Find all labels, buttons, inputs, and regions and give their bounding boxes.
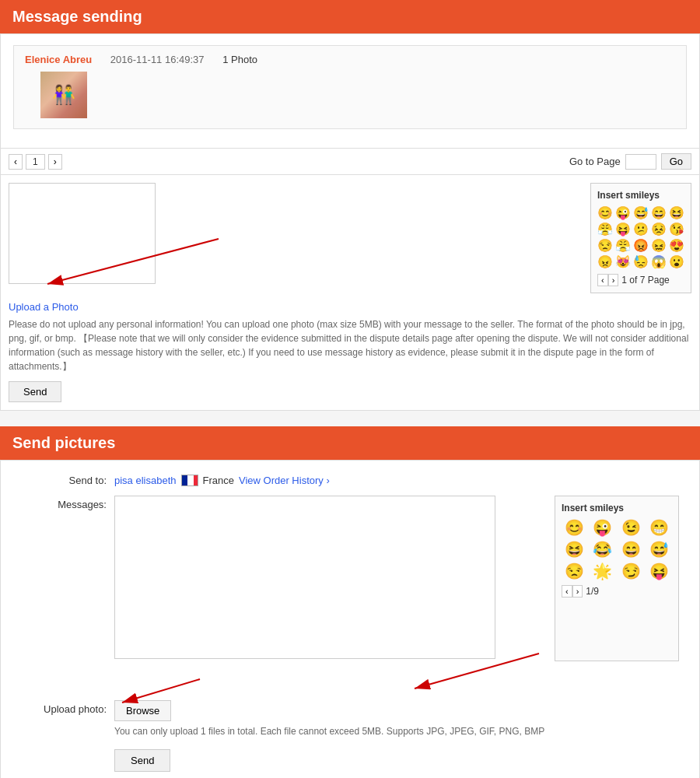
upload-photo-row: Upload photo: Browse You can only upload… [13,700,687,737]
timestamp: 2016-11-11 16:49:37 [110,54,205,65]
smiley-2[interactable]: 😜 [615,205,632,220]
user-name: Elenice Abreu [25,54,92,65]
smiley-12[interactable]: 😤 [615,238,632,253]
pictures-textarea-wrapper [114,496,555,661]
smiley-grid: 😊 😜 😅 😄 😆 😤 😝 😕 😣 😘 😒 😤 😡 😖 😍 😠 [597,205,684,269]
svg-rect-4 [194,475,198,486]
upload-info-text: You can only upload 1 files in total. Ea… [114,726,544,737]
smiley-13[interactable]: 😡 [633,238,649,253]
message-sending-title: Message sending [12,8,142,25]
message-record: Elenice Abreu 2016-11-11 16:49:37 1 Phot… [13,45,687,129]
send-pictures-section: Send pictures Send to: pisa elisabeth [0,426,700,778]
message-send-button[interactable]: Send [9,381,61,402]
smiley-10[interactable]: 😘 [668,222,684,237]
smileys-pagination: ‹ › 1 of 7 Page [597,274,684,286]
p-smiley-1[interactable]: 😊 [562,518,587,537]
svg-line-8 [122,679,200,703]
compose-area: Insert smileys 😊 😜 😅 😄 😆 😤 😝 😕 😣 😘 😒 😤 😡 [1,175,699,301]
pictures-smileys-panel: Insert smileys 😊 😜 😉 😁 😆 😂 😄 😅 [555,496,679,661]
smiley-15[interactable]: 😍 [668,238,684,253]
smiley-6[interactable]: 😤 [597,222,614,237]
go-button[interactable]: Go [661,153,691,170]
france-flag [181,475,198,486]
smiley-20[interactable]: 😮 [668,254,684,269]
smiley-11[interactable]: 😒 [597,238,614,253]
p-smiley-11[interactable]: 😏 [618,562,644,580]
pictures-message-input[interactable] [114,496,495,659]
pagination-bar: ‹ 1 › Go to Page Go [1,148,699,175]
smiley-14[interactable]: 😖 [650,238,667,253]
upload-notice-text: Please do not upload any personal inform… [9,317,691,373]
p-smiley-3[interactable]: 😉 [618,518,644,537]
p-smiley-6[interactable]: 😂 [590,540,616,559]
send-to-label: Send to: [21,471,107,486]
goto-page-input[interactable] [625,154,656,170]
smileys-panel: Insert smileys 😊 😜 😅 😄 😆 😤 😝 😕 😣 😘 😒 😤 😡 [590,183,691,293]
goto-page-area: Go to Page Go [569,153,691,170]
svg-rect-3 [187,475,194,486]
pagination-left: ‹ 1 › [9,154,62,170]
upload-section: Upload a Photo Please do not upload any … [1,301,699,410]
smiley-19[interactable]: 😱 [650,254,667,269]
browse-button[interactable]: Browse [114,700,171,721]
pictures-send-button[interactable]: Send [114,749,170,772]
photo-label: 1 Photo [222,54,257,65]
smiley-7[interactable]: 😝 [615,222,632,237]
country-label: France [203,475,234,486]
view-order-link[interactable]: View Order History › [239,475,330,486]
send-to-row: Send to: pisa elisabeth France View Orde… [13,471,687,486]
smiley-5[interactable]: 😆 [668,205,684,220]
photo-thumbnail: 👫 [40,72,87,118]
messages-compose: Insert smileys 😊 😜 😉 😁 😆 😂 😄 😅 [114,496,679,661]
pictures-smileys-title: Insert smileys [562,503,672,513]
smiley-17[interactable]: 😻 [615,254,632,269]
current-page: 1 [26,154,45,170]
message-sending-header: Message sending [0,0,700,33]
send-to-value: pisa elisabeth France View Order History… [114,471,330,486]
p-smiley-12[interactable]: 😝 [647,562,673,580]
bottom-send-row: Send [13,746,687,772]
messages-label: Messages: [21,496,107,510]
pictures-smiley-grid-row2: 😆 😂 😄 😅 [562,540,672,559]
smiley-1[interactable]: 😊 [597,205,614,220]
smileys-title: Insert smileys [597,190,684,201]
message-input[interactable] [9,183,156,284]
smiley-18[interactable]: 😓 [633,254,649,269]
p-smiley-5[interactable]: 😆 [562,540,587,559]
smiley-next-button[interactable]: › [608,274,619,286]
upload-photo-link[interactable]: Upload a Photo [9,301,79,313]
recipient-name-link[interactable]: pisa elisabeth [114,475,177,486]
flag-svg [182,475,198,486]
p-smiley-9[interactable]: 😒 [562,562,587,580]
p-smiley-page-info: 1/9 [586,586,599,597]
send-pictures-header: Send pictures [0,426,700,460]
p-smiley-7[interactable]: 😄 [618,540,644,559]
smiley-9[interactable]: 😣 [650,222,667,237]
message-sending-section: Message sending Elenice Abreu 2016-11-11… [0,0,700,411]
messages-row: Messages: [13,496,687,661]
smiley-16[interactable]: 😠 [597,254,614,269]
upload-photo-label: Upload photo: [21,700,107,715]
p-smiley-4[interactable]: 😁 [647,518,673,537]
textarea-wrapper [9,183,583,293]
pictures-smiley-grid-row1: 😊 😜 😉 😁 [562,518,672,537]
smiley-3[interactable]: 😅 [633,205,649,220]
smiley-4[interactable]: 😄 [650,205,667,220]
send-pictures-title: Send pictures [12,434,115,451]
goto-page-label: Go to Page [569,156,621,167]
prev-page-button[interactable]: ‹ [9,154,23,170]
next-page-button[interactable]: › [48,154,62,170]
p-smiley-prev-button[interactable]: ‹ [562,585,572,598]
p-smiley-8[interactable]: 😅 [647,540,673,559]
smiley-prev-button[interactable]: ‹ [597,274,608,286]
p-smiley-next-button[interactable]: › [572,585,583,598]
pictures-smileys-pagination: ‹ › 1/9 [562,585,672,598]
p-smiley-10[interactable]: 🌟 [590,562,616,580]
upload-photo-controls: Browse You can only upload 1 files in to… [114,700,544,737]
smiley-8[interactable]: 😕 [633,222,649,237]
p-smiley-2[interactable]: 😜 [590,518,616,537]
pictures-smiley-grid-row3: 😒 🌟 😏 😝 [562,562,672,580]
smiley-page-info: 1 of 7 Page [621,275,669,286]
svg-rect-2 [182,475,187,486]
